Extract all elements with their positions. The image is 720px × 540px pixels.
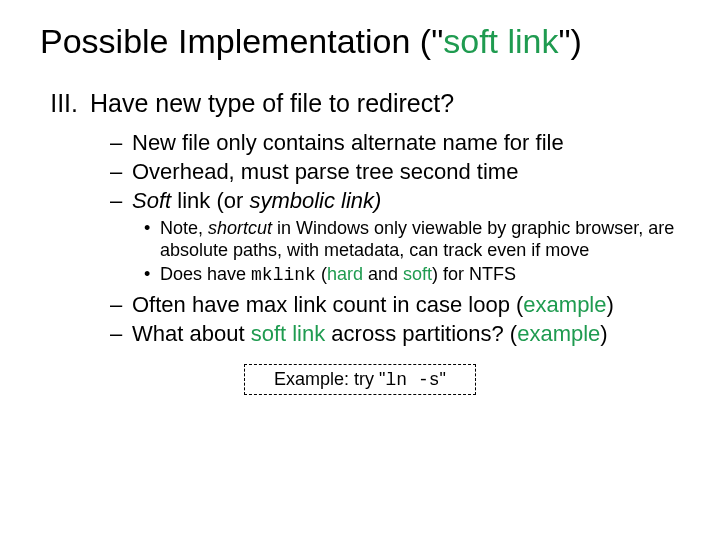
dash-text: Overhead, must parse tree second time xyxy=(132,159,518,186)
bullet-text: Note, shortcut in Windows only viewable … xyxy=(160,218,680,261)
example-command: ln -s xyxy=(386,370,440,390)
bullet-list: Note, shortcut in Windows only viewable … xyxy=(144,218,680,286)
example-box: Example: try "ln -s" xyxy=(244,364,476,395)
dash-text: Often have max link count in case loop (… xyxy=(132,292,614,319)
dash-text: What about soft link across partitions? … xyxy=(132,321,608,348)
bullet-item: Note, shortcut in Windows only viewable … xyxy=(144,218,680,261)
dash-list-upper: New file only contains alternate name fo… xyxy=(110,130,680,214)
example-prefix: Example: try " xyxy=(274,369,385,389)
slide-title: Possible Implementation ("soft link") xyxy=(40,22,680,61)
title-prefix: Possible Implementation (" xyxy=(40,22,443,60)
dash-item: What about soft link across partitions? … xyxy=(110,321,680,348)
dash-item: Overhead, must parse tree second time xyxy=(110,159,680,186)
dash-item: Often have max link count in case loop (… xyxy=(110,292,680,319)
dash-item: Soft link (or symbolic link) xyxy=(110,188,680,215)
dash-text: New file only contains alternate name fo… xyxy=(132,130,564,157)
dash-item: New file only contains alternate name fo… xyxy=(110,130,680,157)
dash-text: Soft link (or symbolic link) xyxy=(132,188,381,215)
dash-list-lower: Often have max link count in case loop (… xyxy=(110,292,680,348)
title-suffix: ") xyxy=(559,22,582,60)
bullet-item: Does have mklink (hard and soft) for NTF… xyxy=(144,264,680,287)
example-suffix: " xyxy=(440,369,446,389)
bullet-text: Does have mklink (hard and soft) for NTF… xyxy=(160,264,516,287)
roman-numeral: III. xyxy=(40,89,90,118)
title-accent: soft link xyxy=(443,22,558,60)
slide: Possible Implementation ("soft link") II… xyxy=(0,0,720,540)
main-text: Have new type of file to redirect? xyxy=(90,89,454,118)
main-list-item: III. Have new type of file to redirect? xyxy=(40,89,680,118)
